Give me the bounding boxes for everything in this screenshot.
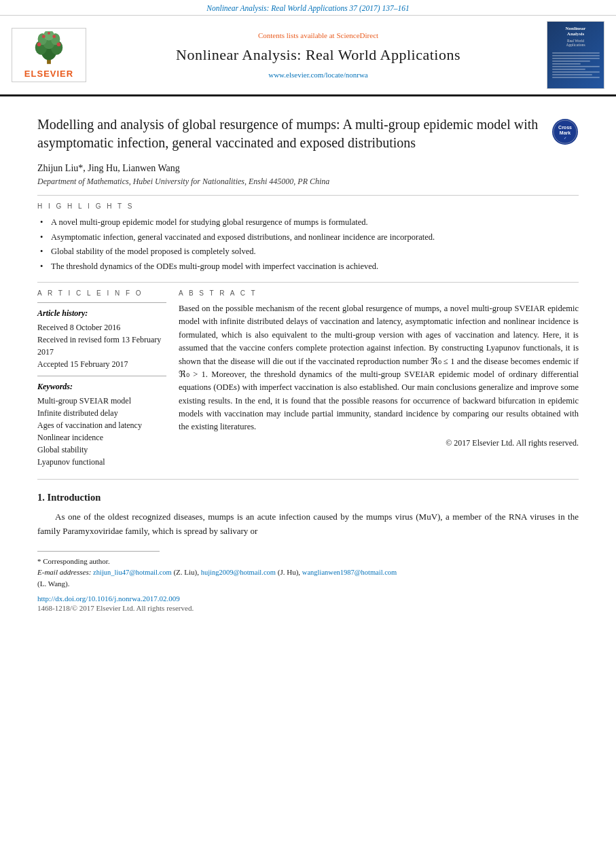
footnote-email-3[interactable]: wanglianwen1987@hotmail.com bbox=[302, 569, 397, 576]
footnote-divider bbox=[37, 551, 160, 552]
section-divider-3 bbox=[37, 479, 579, 480]
highlights-section-label: H I G H L I G H T S bbox=[37, 202, 579, 210]
main-content: Cross Mark ✓ Modelling and analysis of g… bbox=[0, 96, 616, 622]
svg-text:Cross: Cross bbox=[558, 125, 572, 130]
history-label: Article history: bbox=[37, 308, 166, 319]
highlight-item-4: The threshold dynamics of the ODEs multi… bbox=[40, 260, 579, 274]
sciencedirect-prefix: Contents lists available at bbox=[258, 31, 336, 39]
svg-point-11 bbox=[52, 35, 56, 38]
section-divider-1 bbox=[37, 195, 579, 196]
elsevier-tree-icon bbox=[29, 31, 69, 67]
svg-point-12 bbox=[48, 32, 50, 35]
footnote-email-2-name: (J. Hu), bbox=[276, 568, 302, 576]
crossmark-badge[interactable]: Cross Mark ✓ bbox=[551, 118, 579, 145]
svg-text:Mark: Mark bbox=[560, 130, 570, 135]
crossmark-icon: Cross Mark ✓ bbox=[552, 119, 578, 145]
elsevier-wordmark: ELSEVIER bbox=[24, 69, 73, 79]
journal-url[interactable]: www.elsevier.com/locate/nonrwa bbox=[268, 71, 368, 79]
footnote-email-1-name: (Z. Liu), bbox=[172, 568, 201, 576]
keyword-2: Infinite distributed delay bbox=[37, 407, 166, 419]
introduction-section: 1. Introduction As one of the oldest rec… bbox=[37, 492, 579, 539]
authors: Zhijun Liu*, Jing Hu, Lianwen Wang bbox=[37, 163, 579, 174]
footnote-emails: E-mail addresses: zhijun_liu47@hotmail.c… bbox=[37, 567, 579, 578]
article-info-divider-mid bbox=[37, 376, 166, 376]
thumbnail-subtitle: Real WorldApplications bbox=[566, 39, 585, 47]
issn-line: 1468-1218/© 2017 Elsevier Ltd. All right… bbox=[37, 604, 579, 612]
article-info-divider-top bbox=[37, 302, 166, 303]
keywords-label: Keywords: bbox=[37, 382, 166, 392]
elsevier-logo-box: ELSEVIER bbox=[12, 28, 86, 82]
highlight-item-3: Global stability of the model proposed i… bbox=[40, 245, 579, 260]
abstract-copyright: © 2017 Elsevier Ltd. All rights reserved… bbox=[179, 438, 579, 448]
history-item-2: Received in revised form 13 February 201… bbox=[37, 334, 166, 358]
keyword-5: Global stability bbox=[37, 444, 166, 456]
svg-point-9 bbox=[57, 42, 61, 46]
article-info-label: A R T I C L E I N F O bbox=[37, 289, 166, 297]
svg-point-10 bbox=[42, 35, 46, 38]
svg-point-8 bbox=[37, 42, 41, 46]
section-divider-2 bbox=[37, 282, 579, 283]
article-info-abstract-columns: A R T I C L E I N F O Article history: R… bbox=[37, 289, 579, 468]
footnote-email-label: E-mail addresses: bbox=[37, 568, 93, 576]
sciencedirect-link: Contents lists available at ScienceDirec… bbox=[258, 31, 378, 39]
author-affiliation: Department of Mathematics, Hubei Univers… bbox=[37, 177, 579, 187]
highlight-item-2: Asymptomatic infection, general vaccinat… bbox=[40, 230, 579, 245]
history-item-3: Accepted 15 February 2017 bbox=[37, 358, 166, 370]
journal-title: Nonlinear Analysis: Real World Applicati… bbox=[176, 46, 460, 64]
thumbnail-title: NonlinearAnalysis bbox=[566, 26, 586, 37]
highlights-list: A novel multi-group epidemic model for s… bbox=[37, 215, 579, 274]
doi-link[interactable]: http://dx.doi.org/10.1016/j.nonrwa.2017.… bbox=[37, 594, 579, 603]
sciencedirect-name[interactable]: ScienceDirect bbox=[336, 31, 378, 39]
section-title: Introduction bbox=[48, 492, 101, 503]
abstract-text: Based on the possible mechanism of the r… bbox=[179, 302, 579, 434]
keyword-6: Lyapunov functional bbox=[37, 456, 166, 468]
footnote-corresponding: * Corresponding author. bbox=[37, 556, 579, 567]
section-number: 1. bbox=[37, 492, 45, 503]
abstract-label: A B S T R A C T bbox=[179, 289, 579, 297]
journal-thumbnail-area: NonlinearAnalysis Real WorldApplications bbox=[547, 21, 608, 89]
footnote-email-1[interactable]: zhijun_liu47@hotmail.com bbox=[93, 569, 172, 576]
journal-header: ELSEVIER Contents lists available at Sci… bbox=[0, 16, 616, 96]
keyword-1: Multi-group SVEIAR model bbox=[37, 395, 166, 407]
highlight-item-1: A novel multi-group epidemic model for s… bbox=[40, 215, 579, 230]
journal-thumbnail: NonlinearAnalysis Real WorldApplications bbox=[547, 21, 604, 89]
page-wrapper: Nonlinear Analysis: Real World Applicati… bbox=[0, 0, 616, 841]
footnote-email-2[interactable]: hujing2009@hotmail.com bbox=[201, 569, 276, 576]
introduction-title: 1. Introduction bbox=[37, 492, 579, 503]
keyword-3: Ages of vaccination and latency bbox=[37, 419, 166, 431]
elsevier-logo-area: ELSEVIER bbox=[8, 21, 90, 89]
top-reference-bar: Nonlinear Analysis: Real World Applicati… bbox=[0, 0, 616, 16]
footnote-email-wang: (L. Wang). bbox=[37, 578, 579, 590]
svg-text:✓: ✓ bbox=[564, 136, 566, 140]
introduction-paragraph-1: As one of the oldest recognized diseases… bbox=[37, 510, 579, 539]
abstract-column: A B S T R A C T Based on the possible me… bbox=[179, 289, 579, 468]
thumbnail-decoration bbox=[552, 51, 600, 79]
journal-center-info: Contents lists available at ScienceDirec… bbox=[96, 21, 540, 89]
keyword-4: Nonlinear incidence bbox=[37, 431, 166, 444]
article-title: Modelling and analysis of global resurge… bbox=[37, 115, 579, 152]
journal-reference: Nonlinear Analysis: Real World Applicati… bbox=[206, 4, 409, 12]
article-info-column: A R T I C L E I N F O Article history: R… bbox=[37, 289, 166, 468]
history-item-1: Received 8 October 2016 bbox=[37, 321, 166, 334]
